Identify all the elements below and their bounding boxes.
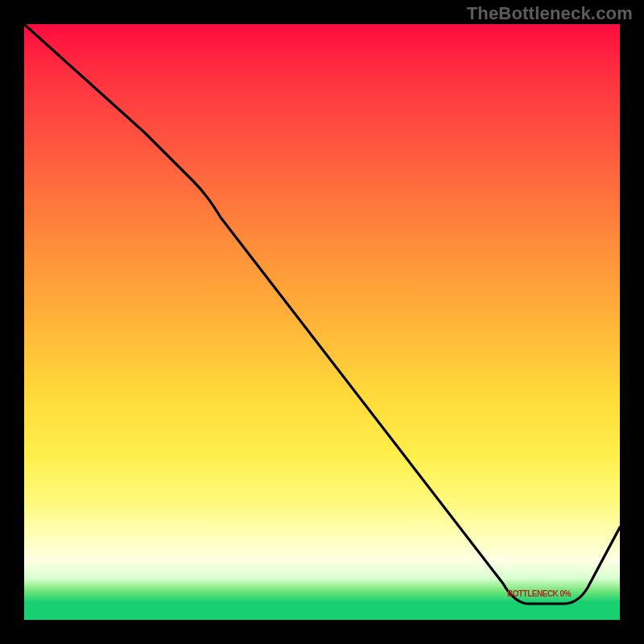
bottleneck-curve xyxy=(24,24,620,620)
annotation-label: BOTTLENECK 0% xyxy=(507,589,571,598)
chart-container: TheBottleneck.com BOTTLENECK 0% xyxy=(0,0,644,644)
watermark-label: TheBottleneck.com xyxy=(467,3,633,24)
plot-area: BOTTLENECK 0% xyxy=(24,24,620,620)
